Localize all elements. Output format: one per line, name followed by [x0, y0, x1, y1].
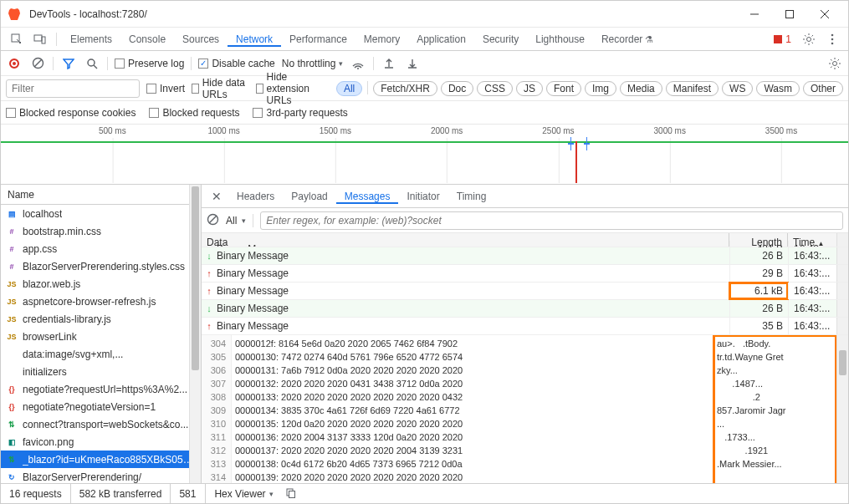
inspect-icon[interactable] [6, 28, 28, 50]
file-type-icon: {} [6, 401, 18, 413]
svg-rect-18 [289, 491, 294, 497]
blocked-cookies-checkbox[interactable]: Blocked response cookies [6, 107, 136, 119]
type-pill-other[interactable]: Other [803, 81, 843, 96]
network-conditions-icon[interactable] [350, 55, 366, 72]
message-row[interactable]: ↓Binary Message26 B16:43:... [202, 300, 848, 318]
detail-tab-payload[interactable]: Payload [283, 191, 335, 202]
request-row[interactable]: #app.css [1, 240, 201, 257]
type-pill-fetchxhr[interactable]: Fetch/XHR [373, 81, 437, 96]
close-detail-icon[interactable]: ✕ [207, 186, 227, 206]
panel-tab-security[interactable]: Security [474, 33, 527, 45]
panel-tab-console[interactable]: Console [120, 33, 174, 45]
record-button[interactable] [6, 55, 23, 72]
type-pill-manifest[interactable]: Manifest [666, 81, 719, 96]
request-row[interactable]: ▤localhost [1, 205, 201, 222]
panel-tab-elements[interactable]: Elements [62, 33, 120, 45]
detail-tab-headers[interactable]: Headers [228, 191, 283, 202]
titlebar: DevTools - localhost:7280/ [1, 1, 848, 28]
request-row[interactable]: JSbrowserLink [1, 328, 201, 345]
request-row[interactable]: ⇅connect?transport=webSockets&co... [1, 415, 201, 433]
blocked-requests-checkbox[interactable]: Blocked requests [149, 107, 239, 119]
more-icon[interactable] [821, 28, 843, 50]
request-name: aspnetcore-browser-refresh.js [23, 296, 156, 308]
request-list-header[interactable]: Name [1, 185, 201, 205]
request-row[interactable]: JSaspnetcore-browser-refresh.js [1, 293, 201, 310]
network-settings-icon[interactable] [826, 55, 843, 72]
throttling-select[interactable]: No throttling▾ [282, 58, 344, 69]
maximize-button[interactable] [773, 3, 806, 26]
hex-viewer-area: 304 305 306 307 308 309 310 311 312 313 … [202, 335, 848, 483]
copy-icon[interactable] [285, 487, 296, 501]
device-toggle-icon[interactable] [29, 28, 51, 50]
panel-tab-application[interactable]: Application [408, 33, 474, 45]
sidebar-scrollbar[interactable] [189, 185, 201, 483]
request-row[interactable]: ◧favicon.png [1, 433, 201, 451]
error-count-badge[interactable]: 1 [769, 33, 796, 45]
request-row[interactable]: JScredentials-library.js [1, 310, 201, 328]
export-icon[interactable] [404, 55, 421, 72]
timeline[interactable]: 500 ms1000 ms1500 ms2000 ms2500 ms3000 m… [1, 126, 848, 185]
request-row[interactable]: ↻BlazorServerPrerendering/ [1, 468, 201, 483]
message-row[interactable]: ↑Binary Message35 B16:43:... [202, 318, 848, 335]
clear-messages-icon[interactable] [207, 213, 219, 228]
type-pill-media[interactable]: Media [620, 81, 662, 96]
panel-tab-lighthouse[interactable]: Lighthouse [527, 33, 593, 45]
request-row[interactable]: #bootstrap.min.css [1, 222, 201, 240]
message-row[interactable]: ↑Binary Message6.1 kB16:43:... [202, 283, 848, 300]
message-type-select[interactable]: All▾ [226, 215, 246, 227]
panel-tab-network[interactable]: Network [228, 33, 281, 47]
type-pill-all[interactable]: All [336, 81, 362, 96]
detail-tab-timing[interactable]: Timing [448, 191, 495, 202]
search-icon[interactable] [84, 55, 100, 72]
request-row[interactable]: {}negotiate?requestUrl=https%3A%2... [1, 380, 201, 398]
request-row[interactable]: JSblazor.web.js [1, 275, 201, 293]
file-type-icon: JS [6, 278, 18, 290]
timeline-tick: 2500 ms [542, 126, 574, 135]
timeline-tick: 1500 ms [320, 126, 351, 135]
invert-checkbox[interactable]: Invert [146, 83, 185, 94]
request-row[interactable]: ⇅_blazor?id=uKmeeRaco885XBkS056... [1, 451, 201, 468]
panel-tab-sources[interactable]: Sources [174, 33, 228, 45]
type-pill-wasm[interactable]: Wasm [756, 81, 800, 96]
type-pill-ws[interactable]: WS [722, 81, 753, 96]
hex-ascii[interactable]: au>. .tBody. tr.td.Wayne Gret zky... .14… [713, 335, 836, 483]
close-window-button[interactable] [808, 3, 841, 26]
message-regex-input[interactable] [260, 211, 843, 230]
preserve-log-checkbox[interactable]: Preserve log [115, 58, 184, 69]
hex-scrollbar[interactable] [836, 335, 848, 483]
type-pill-js[interactable]: JS [516, 81, 543, 96]
panel-tab-memory[interactable]: Memory [355, 33, 408, 45]
detail-tab-messages[interactable]: Messages [336, 191, 399, 204]
status-bar: 16 requests 582 kB transferred 581 kB He… [1, 483, 848, 503]
timeline-tick: 3000 ms [654, 126, 686, 135]
type-pill-doc[interactable]: Doc [441, 81, 473, 96]
panel-tab-performance[interactable]: Performance [281, 33, 355, 45]
request-row[interactable]: data:image/svg+xml,... [1, 345, 201, 363]
message-row[interactable]: ↑Binary Message29 B16:43:... [202, 265, 848, 283]
brave-logo-icon [8, 8, 21, 21]
hex-bytes[interactable]: 0000012f: 8164 5e6d 0a20 2020 2065 7462 … [232, 335, 713, 483]
third-party-checkbox[interactable]: 3rd-party requests [253, 107, 347, 119]
hex-viewer-toggle[interactable]: Hex Viewer▾ [206, 488, 281, 500]
request-row[interactable]: #BlazorServerPrerendering.styles.css [1, 257, 201, 275]
settings-icon[interactable] [798, 28, 820, 50]
file-type-icon [6, 366, 18, 378]
file-type-icon: JS [6, 313, 18, 325]
hide-data-urls-checkbox[interactable]: Hide data URLs [192, 77, 249, 100]
type-pill-img[interactable]: Img [585, 81, 616, 96]
svg-point-14 [833, 61, 837, 65]
disable-cache-checkbox[interactable]: ✓Disable cache [198, 58, 274, 69]
import-icon[interactable] [381, 55, 397, 72]
filter-input[interactable] [6, 79, 140, 98]
request-row[interactable]: initializers [1, 363, 201, 380]
svg-rect-1 [786, 10, 794, 18]
filter-toggle-icon[interactable] [60, 55, 77, 72]
request-row[interactable]: {}negotiate?negotiateVersion=1 [1, 398, 201, 415]
panel-tab-recorder[interactable]: Recorder ⚗ [593, 33, 662, 45]
type-pill-font[interactable]: Font [546, 81, 581, 96]
type-pill-css[interactable]: CSS [477, 81, 513, 96]
detail-tab-initiator[interactable]: Initiator [398, 191, 448, 202]
minimize-button[interactable] [738, 3, 771, 26]
clear-button[interactable] [29, 55, 46, 72]
message-row[interactable]: ↓Binary Message26 B16:43:... [202, 247, 848, 265]
